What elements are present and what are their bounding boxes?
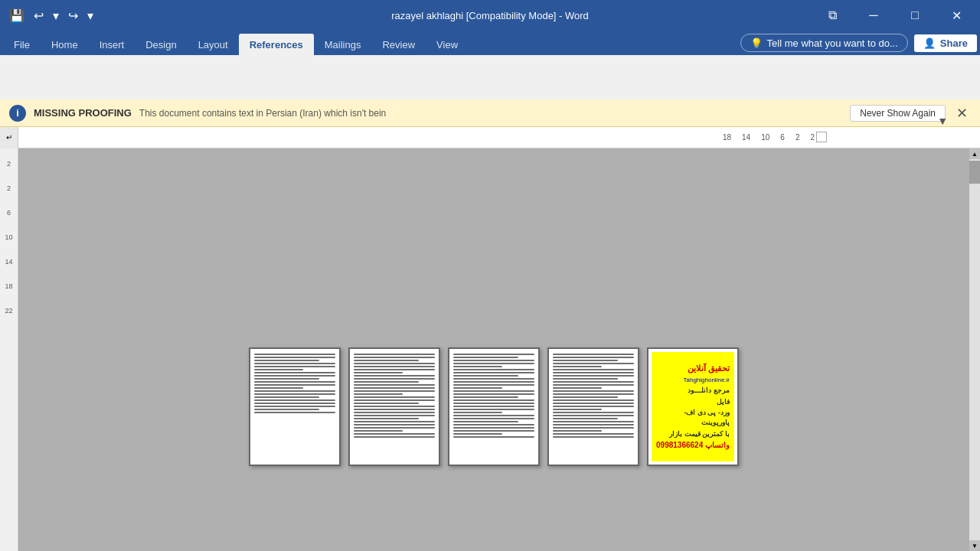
pages-row: تحقیق آنلاین Tahghighonline.ir مرجع دانل… <box>249 347 739 466</box>
notification-expand-button[interactable]: ▼ <box>937 115 948 127</box>
never-show-again-button[interactable]: Never Show Again <box>850 105 946 122</box>
vruler-22: 22 <box>5 298 12 323</box>
vruler-2a: 2 <box>7 152 11 176</box>
ribbon-tab-row: File Home Insert Design Layout Reference… <box>0 31 980 55</box>
title-bar: 💾 ↩ ▾ ↪ ▾ razayel akhlaghi [Compatibilit… <box>0 0 980 31</box>
restore-button[interactable]: ⧉ <box>815 0 850 31</box>
title-text: razayel akhlaghi [Compatibility Mode] - … <box>391 10 589 21</box>
page-2-content <box>350 349 439 442</box>
page-4-content <box>549 349 638 442</box>
scroll-up-button[interactable]: ▲ <box>969 148 980 159</box>
ruler-num-6: 6 <box>780 133 785 142</box>
customize-quick-access[interactable]: ▾ <box>84 5 96 26</box>
undo-dropdown[interactable]: ▾ <box>50 5 62 26</box>
tab-home[interactable]: Home <box>41 34 89 55</box>
tab-file[interactable]: File <box>3 34 41 55</box>
page-3-content <box>449 349 538 442</box>
close-button[interactable]: ✕ <box>939 0 974 31</box>
ruler-num-2b: 2 <box>810 133 815 142</box>
tab-references[interactable]: References <box>239 34 314 55</box>
vruler-14: 14 <box>5 249 12 274</box>
tab-view[interactable]: View <box>426 34 469 55</box>
ad-line1: مرجع دانلـــود <box>688 386 730 396</box>
redo-button[interactable]: ↪ <box>65 5 81 26</box>
document-area: 2 2 6 10 14 18 22 <box>0 148 980 551</box>
tell-me-input[interactable]: 💡 Tell me what you want to do... <box>740 34 908 52</box>
undo-button[interactable]: ↩ <box>31 5 47 26</box>
ruler-area: ↵ 18 14 10 6 2 2 <box>0 127 980 148</box>
page-thumb-4[interactable] <box>547 347 639 466</box>
ad-line3: ورد- پی دی اف- پاورپوینت <box>656 408 730 427</box>
notification-text: This document contains text in Persian (… <box>139 108 386 119</box>
document-content[interactable]: تحقیق آنلاین Tahghighonline.ir مرجع دانل… <box>18 148 969 551</box>
share-button[interactable]: 👤 Share <box>914 34 977 52</box>
vruler-2b: 2 <box>7 176 11 201</box>
horizontal-ruler: 18 14 10 6 2 2 <box>18 127 980 148</box>
page-thumb-3[interactable] <box>448 347 540 466</box>
notification-close-button[interactable]: ✕ <box>953 105 971 122</box>
ruler-num-18: 18 <box>723 133 731 142</box>
ruler-numbers: 18 14 10 6 2 2 <box>723 132 827 142</box>
vruler-18: 18 <box>5 274 12 298</box>
tab-insert[interactable]: Insert <box>89 34 136 55</box>
ad-url: Tahghighonline.ir <box>684 376 730 384</box>
page-thumb-2[interactable] <box>348 347 440 466</box>
ruler-corner[interactable]: ↵ <box>0 127 18 148</box>
ad-line4: با کمترین قیمت بازار <box>669 429 730 439</box>
page-thumb-1[interactable] <box>249 347 341 466</box>
tab-review[interactable]: Review <box>371 34 426 55</box>
page-thumb-5[interactable]: تحقیق آنلاین Tahghighonline.ir مرجع دانل… <box>647 347 739 466</box>
window-controls: ⧉ ─ □ ✕ <box>815 0 974 31</box>
share-person-icon: 👤 <box>923 37 936 49</box>
vruler-6: 6 <box>7 201 11 225</box>
tell-me-text: Tell me what you want to do... <box>767 37 898 49</box>
quick-access-toolbar: 💾 ↩ ▾ ↪ ▾ <box>6 5 96 26</box>
maximize-button[interactable]: □ <box>897 0 933 31</box>
ruler-num-2: 2 <box>795 133 800 142</box>
ad-logo: تحقیق آنلاین <box>688 363 730 374</box>
vertical-scrollbar[interactable]: ▲ ▼ <box>969 148 980 551</box>
page-5-ad: تحقیق آنلاین Tahghighonline.ir مرجع دانل… <box>652 352 734 461</box>
scroll-down-button[interactable]: ▼ <box>969 540 980 551</box>
ruler-marker <box>816 132 827 142</box>
ruler-num-10: 10 <box>761 133 769 142</box>
ribbon-content <box>0 55 980 99</box>
scroll-thumb[interactable] <box>969 161 980 184</box>
ad-line2: فایل <box>717 397 730 407</box>
vruler-10: 10 <box>5 225 12 249</box>
tab-design[interactable]: Design <box>135 34 187 55</box>
vertical-ruler: 2 2 6 10 14 18 22 <box>0 148 18 551</box>
tab-layout[interactable]: Layout <box>188 34 239 55</box>
lightbulb-icon: 💡 <box>750 37 763 49</box>
minimize-button[interactable]: ─ <box>856 0 891 31</box>
notification-title: MISSING PROOFING <box>34 107 132 119</box>
ruler-corner-icon: ↵ <box>6 133 12 142</box>
notification-icon: i <box>9 105 26 122</box>
ruler-num-14: 14 <box>742 133 750 142</box>
page-1-content <box>250 349 339 418</box>
tab-mailings[interactable]: Mailings <box>314 34 372 55</box>
share-label: Share <box>940 37 968 49</box>
save-button[interactable]: 💾 <box>6 5 28 26</box>
notification-bar: i MISSING PROOFING This document contain… <box>0 99 980 127</box>
ad-phone: واتساپ 09981366624 <box>656 440 730 451</box>
ribbon: File Home Insert Design Layout Reference… <box>0 31 980 99</box>
